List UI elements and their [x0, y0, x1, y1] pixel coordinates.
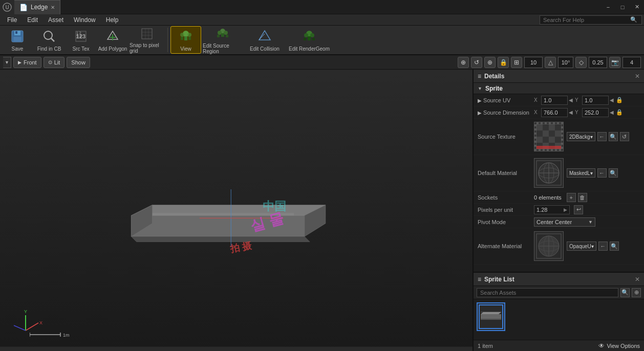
pixels-per-unit-field[interactable]: 1.28 ▶ — [534, 205, 570, 214]
menu-asset[interactable]: Asset — [43, 15, 69, 25]
svg-text:U: U — [5, 5, 9, 10]
front-dropdown-arrow[interactable]: ▼ — [3, 57, 11, 68]
default-material-search-btn[interactable]: 🔍 — [609, 168, 618, 178]
menu-window[interactable]: Window — [69, 15, 101, 25]
default-material-preview[interactable] — [534, 158, 564, 188]
source-uv-x-field[interactable]: 1.0 — [541, 96, 568, 105]
alternate-material-dropdown[interactable]: OpaqueU▾ — [567, 242, 596, 251]
menu-edit[interactable]: Edit — [22, 15, 43, 25]
menu-file[interactable]: File — [2, 15, 22, 25]
uv-lock-icon: 🔒 — [616, 97, 623, 103]
grid-icon-btn[interactable]: ⊞ — [511, 57, 522, 68]
angle-field[interactable]: 10° — [558, 57, 573, 68]
svg-point-23 — [187, 33, 191, 37]
camera-icon-btn[interactable]: ⊕ — [458, 57, 469, 68]
add-polygon-button[interactable]: Add Polygon — [97, 26, 128, 54]
menu-help[interactable]: Help — [101, 15, 124, 25]
source-texture-reset-btn[interactable]: ↺ — [620, 132, 629, 141]
source-texture-arrow-btn[interactable]: ← — [597, 132, 607, 141]
viewport[interactable]: Pivot: (384, 127) Collision Geometry (so… — [0, 70, 473, 351]
edit-collision-icon — [256, 28, 273, 45]
svg-rect-67 — [536, 130, 543, 137]
sprite-search-icon-btn[interactable]: 🔍 — [620, 288, 630, 297]
source-uv-label: ▶ Source UV — [478, 97, 534, 103]
view-label: View — [180, 46, 191, 52]
rotate-icon-btn[interactable]: ↺ — [471, 57, 482, 68]
snap-grid-icon — [139, 27, 155, 41]
find-in-cb-button[interactable]: Find in CB — [34, 26, 65, 54]
svg-text:中国: 中国 — [263, 200, 286, 213]
view-button[interactable]: View — [170, 26, 201, 54]
sockets-count: 0 elements — [534, 194, 562, 201]
edit-collision-label: Edit Collision — [250, 46, 280, 52]
dim-x-label: X — [534, 109, 540, 115]
sprite-settings-icon-btn[interactable]: ⊕ — [632, 288, 641, 297]
snap-to-pixel-grid-button[interactable]: Snap to pixel grid — [129, 26, 165, 54]
save-button[interactable]: Save — [2, 26, 33, 54]
num-field-4[interactable]: 4 — [622, 57, 641, 68]
sprite-list-footer: 1 item 👁 View Options — [474, 340, 644, 351]
sockets-add-btn[interactable]: + — [567, 193, 576, 202]
ppu-reset-btn[interactable]: ↩ — [574, 205, 583, 214]
svg-point-6 — [44, 31, 52, 39]
move-icon-btn[interactable]: ⊕ — [484, 57, 496, 68]
sprite-list-close-button[interactable]: ✕ — [635, 276, 640, 283]
scale-icon-btn[interactable]: ◇ — [575, 57, 587, 68]
minimize-button[interactable]: − — [601, 0, 615, 14]
show-label: Show — [71, 59, 85, 65]
sprite-list-content[interactable] — [474, 299, 644, 340]
view-options-button[interactable]: 👁 View Options — [598, 342, 640, 349]
help-search-box[interactable]: 🔍 — [540, 15, 642, 25]
source-dim-x-field[interactable]: 766.0 — [541, 108, 568, 117]
src-tex-button[interactable]: 123 1 2 3 4 Src Tex — [66, 26, 96, 54]
details-close-button[interactable]: ✕ — [635, 73, 640, 80]
edit-render-geom-button[interactable]: Edit RenderGeom — [286, 26, 332, 54]
close-button[interactable]: ✕ — [630, 0, 644, 14]
angle-icon-btn[interactable]: △ — [545, 57, 556, 68]
grid-size-field[interactable]: 10 — [524, 57, 543, 68]
camera2-icon-btn[interactable]: 📷 — [609, 57, 620, 68]
svg-rect-65 — [549, 124, 555, 130]
maximize-button[interactable]: □ — [615, 0, 630, 14]
sprite-list-header: ≡ Sprite List ✕ — [474, 273, 644, 286]
sockets-delete-btn[interactable]: 🗑 — [578, 193, 587, 202]
source-texture-search-btn[interactable]: 🔍 — [609, 132, 618, 141]
source-texture-label: Source Texture — [478, 134, 534, 140]
alt-material-arrow-btn[interactable]: ← — [598, 242, 608, 251]
default-material-arrow-btn[interactable]: ← — [597, 168, 607, 178]
save-icon — [9, 28, 26, 45]
svg-point-28 — [224, 31, 228, 35]
help-search-input[interactable] — [543, 17, 630, 23]
alternate-material-preview[interactable] — [534, 231, 564, 261]
source-dim-y-field[interactable]: 252.0 — [582, 108, 609, 117]
sprite-section-header[interactable]: ▼ Sprite — [474, 83, 644, 94]
lit-button[interactable]: ⊙ Lit — [44, 57, 65, 68]
svg-marker-45 — [131, 236, 310, 242]
sprite-thumb-item[interactable] — [477, 302, 505, 331]
svg-rect-66 — [555, 124, 561, 130]
source-uv-y-field[interactable]: 1.0 — [582, 96, 609, 105]
show-button[interactable]: Show — [67, 57, 90, 68]
uv-x-label: X — [534, 97, 540, 103]
source-texture-preview[interactable] — [534, 122, 564, 151]
default-material-dropdown[interactable]: MaskedL▾ — [567, 168, 595, 178]
pixels-per-unit-row: Pixels per unit 1.28 ▶ ↩ — [474, 204, 644, 216]
alt-material-search-btn[interactable]: 🔍 — [610, 242, 619, 251]
lock-icon-btn[interactable]: 🔒 — [498, 57, 509, 68]
editor-tab[interactable]: 📄 Ledge ✕ — [14, 0, 60, 14]
sprite-list-search-input[interactable] — [477, 288, 618, 297]
edit-source-region-button[interactable]: Edit Source Region — [202, 26, 243, 54]
pivot-mode-dropdown[interactable]: Center Center ▼ — [534, 217, 595, 227]
edit-collision-button[interactable]: Edit Collision — [244, 26, 285, 54]
view-controls-bar: ▼ ▶ Front ⊙ Lit Show ⊕ ↺ ⊕ 🔒 ⊞ 10 △ 10° … — [0, 55, 644, 70]
front-view-button[interactable]: ▶ Front — [13, 57, 41, 68]
svg-text:3 4: 3 4 — [76, 35, 81, 38]
svg-rect-70 — [555, 130, 561, 137]
front-view-label: Front — [24, 59, 37, 65]
svg-rect-38 — [304, 38, 306, 40]
source-texture-dropdown[interactable]: 2DBackg▾ — [567, 132, 595, 141]
sprite-arrow-icon: ▼ — [478, 86, 482, 91]
scale-field[interactable]: 0.25 — [589, 57, 607, 68]
tab-close-icon[interactable]: ✕ — [51, 5, 55, 10]
svg-rect-37 — [308, 36, 311, 40]
